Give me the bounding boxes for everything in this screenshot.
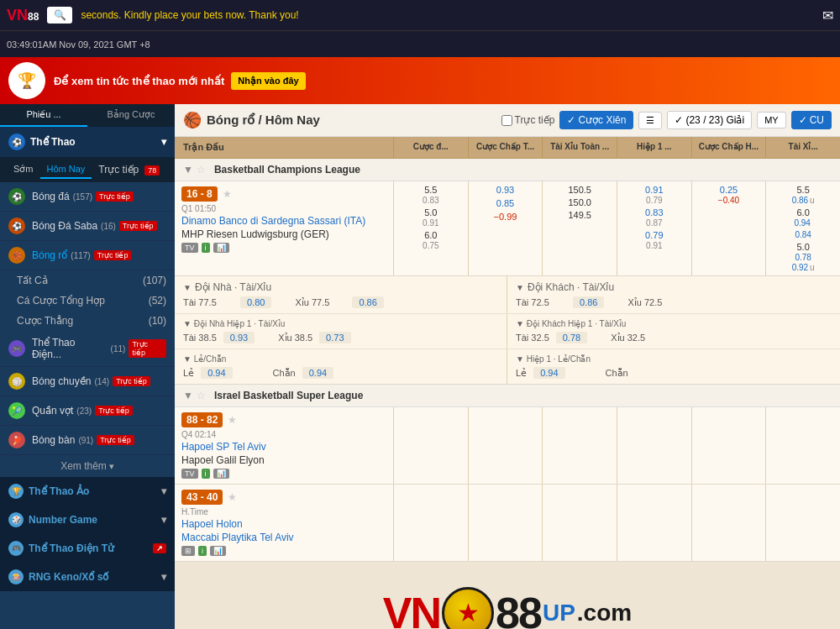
bet-le-odds[interactable]: 0.94 <box>201 367 232 379</box>
tab-phieu[interactable]: Phiếu ... <box>0 104 87 127</box>
esports-count: (11) <box>111 344 126 354</box>
nav-item-saba[interactable]: ⚽ Bóng Đá Saba (16) Trực tiếp <box>0 212 175 241</box>
odds-6-4[interactable]: 5.0 <box>768 242 838 252</box>
league2-star-icon[interactable]: ☆ <box>197 390 206 401</box>
bet-xiu-odds[interactable]: 0.86 <box>352 296 383 308</box>
esports-icon: 🎮 <box>8 340 25 357</box>
saba-count: (16) <box>101 222 116 231</box>
saba-icon: ⚽ <box>8 218 25 234</box>
sub-item-tonghop[interactable]: Cá Cược Tổng Hợp (52) <box>0 291 175 311</box>
vn88-logo: VN ★ 88 UP .com <box>175 587 840 629</box>
match-3-team2[interactable]: Maccabi Playtika Tel Aviv <box>181 532 386 543</box>
match-2-icons: TV i 📊 <box>181 469 386 479</box>
live-checkbox-label: Trực tiếp <box>501 114 555 126</box>
vn88-dot-com: .com <box>577 600 632 626</box>
nav-item-tennis[interactable]: 🎾 Quần vợt (23) Trực tiếp <box>0 396 175 426</box>
section-number-game[interactable]: 🎲 Number Game ▾ <box>0 506 175 534</box>
match-3-col1 <box>393 485 468 561</box>
bet-home-h1-xiu-label: Xỉu 38.5 <box>278 333 312 343</box>
sub-item-tatca[interactable]: Tất Cả (107) <box>0 270 175 291</box>
odds-6-2[interactable]: 6.0 <box>768 207 838 218</box>
match-1-icon-tv[interactable]: TV <box>181 243 198 253</box>
match-2-team1[interactable]: Hapoel SP Tel Aviv <box>181 441 386 453</box>
search-icon[interactable]: 🔍 <box>47 7 72 24</box>
live-checkbox[interactable] <box>501 115 512 126</box>
section-esports2[interactable]: 🎮 Thể Thao Điện Tử ↗ <box>0 534 175 563</box>
promo-button[interactable]: Nhận vào đây <box>231 72 305 90</box>
odds-4-2[interactable]: 0.83 <box>619 207 690 218</box>
match-2-icon-tv[interactable]: TV <box>181 469 198 479</box>
odds-6-3a[interactable]: 0.84 <box>795 230 811 239</box>
nav-item-esports[interactable]: 🎮 Thể Thao Điện... (11) Trực tiếp <box>0 331 175 367</box>
match-3-score: 43 - 40 <box>181 490 223 505</box>
odds-6-u3: u <box>810 263 815 272</box>
nav-item-volleyball[interactable]: 🏐 Bóng chuyền (14) Trực tiếp <box>0 367 175 396</box>
basketball-count: (117) <box>71 251 90 260</box>
bet-home-h1-xiu-odds[interactable]: 0.73 <box>319 332 350 343</box>
odds-4-1[interactable]: 0.91 <box>619 185 690 195</box>
sub-item-cuocthang[interactable]: Cược Thẳng (10) <box>0 311 175 331</box>
sports-header[interactable]: ⚽ Thể Thao ▾ <box>0 127 175 157</box>
nav-item-football[interactable]: ⚽ Bóng đá (157) Trực tiếp <box>0 182 175 212</box>
odds-2-1[interactable]: 0.93 <box>470 185 541 195</box>
odds-2-3[interactable]: −0.99 <box>470 212 541 222</box>
match-2-icon-stats[interactable]: i <box>202 469 210 479</box>
odds-2-2[interactable]: 0.85 <box>470 198 541 208</box>
odds-6-1[interactable]: 5.5 <box>768 185 838 195</box>
match-row-3: 43 - 40 ★ H.Time Hapoel Holon Maccabi Pl… <box>175 485 840 562</box>
bet-home-h1-tai-odds[interactable]: 0.93 <box>223 332 255 343</box>
cu-btn[interactable]: ✓ CU <box>791 111 832 129</box>
odds-3-2: 150.0 <box>544 197 615 207</box>
bet-away-xiu-label: Xỉu 72.5 <box>627 297 678 308</box>
match-3-icon-grid[interactable]: ⊞ <box>181 546 195 556</box>
match-1-icon-stats[interactable]: i <box>202 243 210 253</box>
nav-item-basketball[interactable]: 🏀 Bóng rổ (117) Trực tiếp <box>0 241 175 270</box>
match-3-icon-stats[interactable]: i <box>198 546 207 556</box>
bet-chan-odds[interactable]: 0.94 <box>302 367 333 379</box>
odds-4-3[interactable]: 0.79 <box>619 230 690 240</box>
bet-h1-le-odds[interactable]: 0.94 <box>533 367 564 379</box>
league-header-bcl[interactable]: ▼ ☆ Basketball Champions League <box>175 159 840 181</box>
mail-icon[interactable]: ✉ <box>822 8 833 24</box>
odds-6-4a[interactable]: 0.78 <box>795 253 811 262</box>
sub-today[interactable]: Hôm Nay <box>40 160 92 179</box>
sub-soon[interactable]: Sớm <box>7 160 40 179</box>
tab-bang-cuoc[interactable]: Bảng Cược <box>87 104 175 127</box>
match-3-star-icon[interactable]: ★ <box>228 491 237 503</box>
bet-expand-row2: ▼ Đội Nhà Hiệp 1 · Tài/Xỉu Tài 38.5 0.93… <box>175 314 840 349</box>
league-name-ibsl: Israel Basketball Super League <box>214 390 363 401</box>
match-1-team1[interactable]: Dinamo Banco di Sardegna Sassari (ITA) <box>181 215 386 227</box>
section-rng[interactable]: 🎰 RNG Keno/Xổ số ▾ <box>0 563 175 591</box>
bet-away-tai-odds[interactable]: 0.86 <box>573 296 604 308</box>
league-header-ibsl[interactable]: ▼ ☆ Israel Basketball Super League <box>175 385 840 407</box>
bet-type-icon: ✓ <box>567 114 575 126</box>
promo-text: Để xem tin tức thể thao mới nhất <box>54 75 224 87</box>
column-headers: Trận Đấu Cược đ... Cược Chấp T... Tài Xỉ… <box>175 137 840 159</box>
match-2-icon-chart[interactable]: 📊 <box>213 469 229 479</box>
odds-6-1a[interactable]: 0.86 <box>792 196 808 205</box>
main-layout: Phiếu ... Bảng Cược ⚽ Thể Thao ▾ Sớm Hôm… <box>0 104 840 629</box>
match-2-star-icon[interactable]: ★ <box>228 414 237 426</box>
match-3-icon-chart[interactable]: 📊 <box>210 546 226 556</box>
view-more[interactable]: Xem thêm ▾ <box>0 455 175 477</box>
odds-1-5[interactable]: 6.0 <box>396 230 466 240</box>
filter-btn[interactable]: ☰ <box>638 112 662 129</box>
my-btn[interactable]: MY <box>757 112 786 128</box>
match-3-team1[interactable]: Hapoel Holon <box>181 518 386 530</box>
results-btn[interactable]: ✓ (23 / 23) Giải <box>667 111 752 129</box>
league-star-icon[interactable]: ☆ <box>197 164 206 176</box>
odds-6-4b[interactable]: 0.92 <box>792 263 808 272</box>
odds-6-2a[interactable]: 0.94 <box>794 218 810 228</box>
odds-5-1[interactable]: 0.25 <box>694 185 764 195</box>
section-sports-ao[interactable]: 🏆 Thể Thao Ảo ▾ <box>0 477 175 506</box>
odds-1-6: 0.75 <box>396 241 466 250</box>
match-1-star-icon[interactable]: ★ <box>223 188 232 200</box>
odds-1-1[interactable]: 5.5 <box>396 185 466 195</box>
bet-type-btn[interactable]: ✓ Cược Xiên <box>559 111 633 129</box>
nav-item-tabletennis[interactable]: 🏓 Bóng bàn (91) Trực tiếp <box>0 426 175 455</box>
odds-1-3[interactable]: 5.0 <box>396 207 466 218</box>
match-1-icon-chart[interactable]: 📊 <box>213 243 229 253</box>
bet-tai-odds[interactable]: 0.80 <box>240 296 271 308</box>
sub-live[interactable]: Trực tiếp 78 <box>92 160 166 179</box>
bet-away-h1-tai-odds[interactable]: 0.78 <box>556 332 587 343</box>
